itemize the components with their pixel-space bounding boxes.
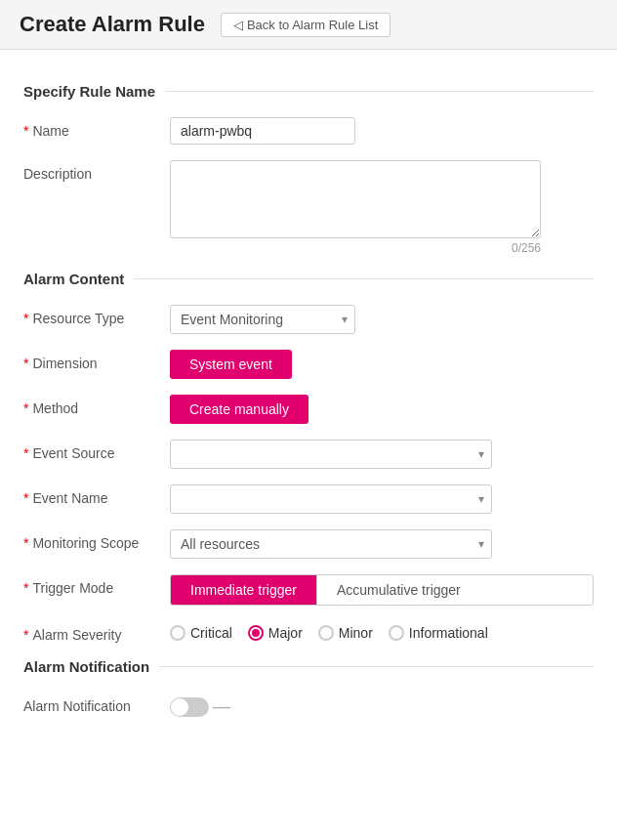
trigger-mode-control: Immediate trigger Accumulative trigger [170,574,594,606]
event-source-select[interactable] [170,440,492,469]
page-title: Create Alarm Rule [20,12,205,37]
description-label: Description [23,160,170,182]
severity-critical-radio [170,625,185,641]
severity-informational-item[interactable]: Informational [389,625,488,641]
name-row: * Name [23,117,594,145]
method-required: * [23,400,28,416]
event-source-select-wrapper [170,440,492,469]
monitoring-scope-required: * [23,535,28,551]
dimension-control: System event [170,350,594,379]
severity-minor-label: Minor [339,625,373,641]
resource-type-control: Event Monitoring [170,305,594,334]
event-name-select[interactable] [170,484,492,514]
back-button-label: Back to Alarm Rule List [247,18,378,32]
monitoring-scope-row: * Monitoring Scope All resources [23,529,594,559]
event-source-row: * Event Source [23,440,594,469]
severity-major-item[interactable]: Major [248,625,303,641]
description-control: 0/256 [170,160,594,255]
name-required-star: * [23,123,28,139]
alarm-severity-required: * [23,627,28,643]
severity-major-radio [248,625,264,641]
name-label: * Name [23,117,170,139]
event-source-control [170,440,594,469]
alarm-content-form: * Resource Type Event Monitoring * Dimen… [23,305,594,643]
alarm-notification-row: Alarm Notification — [23,693,594,717]
description-textarea[interactable] [170,160,541,238]
alarm-severity-radio-group: Critical Major Minor Informational [170,621,594,641]
name-input[interactable] [170,117,355,145]
resource-type-select[interactable]: Event Monitoring [170,305,355,334]
toggle-knob [171,698,188,716]
dimension-label: * Dimension [23,350,170,371]
alarm-content-section: Alarm Content [23,271,594,287]
name-control [170,117,594,145]
alarm-content-title: Alarm Content [23,271,124,287]
method-control: Create manually [170,395,594,424]
alarm-severity-label: * Alarm Severity [23,621,170,643]
trigger-mode-row: * Trigger Mode Immediate trigger Accumul… [23,574,594,606]
alarm-notification-label: Alarm Notification [23,693,170,714]
resource-type-row: * Resource Type Event Monitoring [23,305,594,334]
trigger-mode-group: Immediate trigger Accumulative trigger [170,574,594,606]
alarm-notification-title: Alarm Notification [23,658,149,675]
severity-minor-item[interactable]: Minor [318,625,373,641]
resource-type-label: * Resource Type [23,305,170,326]
specify-rule-name-section: Specify Rule Name [23,83,594,100]
severity-major-label: Major [268,625,303,641]
alarm-severity-control: Critical Major Minor Informational [170,621,594,641]
dimension-system-event-button[interactable]: System event [170,350,292,379]
char-count: 0/256 [170,241,541,255]
severity-informational-label: Informational [409,625,488,641]
specify-rule-name-title: Specify Rule Name [23,83,155,100]
event-source-label: * Event Source [23,440,170,461]
dimension-required: * [23,356,28,371]
severity-critical-item[interactable]: Critical [170,625,232,641]
event-name-required: * [23,490,28,506]
monitoring-scope-control: All resources [170,529,594,559]
resource-type-required: * [23,311,28,326]
back-icon: ◁ [233,18,243,32]
alarm-notification-toggle[interactable] [170,697,209,717]
method-label: * Method [23,395,170,416]
accumulative-trigger-button[interactable]: Accumulative trigger [317,575,480,605]
alarm-severity-row: * Alarm Severity Critical Major Minor [23,621,594,643]
severity-informational-radio [389,625,404,641]
page-header: Create Alarm Rule ◁ Back to Alarm Rule L… [0,0,617,50]
immediate-trigger-button[interactable]: Immediate trigger [171,575,317,605]
event-name-select-wrapper [170,484,492,514]
monitoring-scope-select[interactable]: All resources [170,529,492,559]
alarm-notification-divider-line [159,666,594,667]
alarm-notification-section: Alarm Notification [23,658,594,675]
section-divider-line [165,91,594,92]
severity-critical-label: Critical [190,625,232,641]
description-row: Description 0/256 [23,160,594,255]
event-name-control [170,484,594,514]
alarm-notification-toggle-wrapper: — [170,693,594,717]
dimension-row: * Dimension System event [23,350,594,379]
monitoring-scope-select-wrapper: All resources [170,529,492,559]
event-source-required: * [23,445,28,461]
alarm-notification-control: — [170,693,594,717]
trigger-mode-required: * [23,580,28,596]
toggle-dash-icon: — [213,696,230,717]
resource-type-select-wrapper: Event Monitoring [170,305,355,334]
create-manually-button[interactable]: Create manually [170,395,308,424]
trigger-mode-label: * Trigger Mode [23,574,170,596]
rule-name-form: * Name Description 0/256 [23,117,594,255]
back-to-list-button[interactable]: ◁ Back to Alarm Rule List [221,13,391,37]
event-name-label: * Event Name [23,484,170,506]
alarm-content-divider-line [134,278,594,279]
method-row: * Method Create manually [23,395,594,424]
event-name-row: * Event Name [23,484,594,514]
alarm-notification-form: Alarm Notification — [23,693,594,717]
severity-minor-radio [318,625,334,641]
monitoring-scope-label: * Monitoring Scope [23,529,170,551]
